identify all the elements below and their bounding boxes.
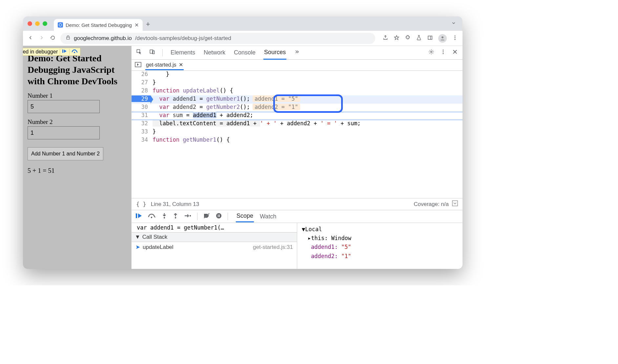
svg-point-3 [442,36,443,38]
svg-rect-7 [62,50,63,53]
file-close-icon[interactable]: ✕ [179,62,183,68]
resume-icon[interactable] [60,49,67,55]
coverage-toggle-icon[interactable] [452,200,458,208]
reload-button[interactable] [50,35,56,42]
new-tab-button[interactable]: + [146,20,150,29]
chevron-down-icon: ▼ [135,234,140,240]
scope-tab[interactable]: Scope [236,211,254,222]
tab-network[interactable]: Network [203,46,226,59]
editor-statusbar: { } Line 31, Column 13 Coverage: n/a [132,198,463,210]
back-button[interactable] [28,35,33,42]
add-button[interactable]: Add Number 1 and Number 2 [28,147,103,160]
scope-section[interactable]: ▼Local [302,225,458,234]
devtools-panel: Elements Network Console Sources get-sta… [131,46,463,269]
svg-point-5 [455,37,456,38]
step-out-button[interactable] [173,213,178,220]
extensions-icon[interactable] [405,35,411,42]
page-heading: Demo: Get Started Debugging JavaScript w… [28,52,127,87]
svg-point-14 [443,51,444,52]
browser-window: Demo: Get Started Debugging ✕ + googlech… [23,16,463,269]
maximize-window-icon[interactable] [43,21,47,26]
svg-point-13 [443,50,444,51]
close-window-icon[interactable] [28,21,32,26]
more-tabs-icon[interactable] [294,49,299,56]
tab-sources[interactable]: Sources [263,46,286,60]
address-bar[interactable]: googlechrome.github.io/devtools-samples/… [60,33,375,44]
inline-value: addend1 = "5" [253,95,300,102]
svg-point-22 [190,215,191,216]
devtools-kebab-icon[interactable] [440,49,446,56]
number2-label: Number 2 [28,118,127,126]
svg-rect-17 [452,201,458,206]
file-tabstrip: get-started.js ✕ [132,60,463,71]
minimize-window-icon[interactable] [35,21,40,26]
svg-point-15 [443,53,444,54]
step-over-icon[interactable] [69,49,78,55]
scope-pane: ▼Local ▸this: Window addend1: "5" addend… [297,223,463,269]
url-path: /devtools-samples/debug-js/get-started [135,35,231,42]
coverage-label: Coverage: n/a [414,201,449,208]
result-text: 5 + 1 = 51 [28,167,127,174]
side-panel-icon[interactable] [427,35,433,42]
browser-toolbar: googlechrome.github.io/devtools-samples/… [23,31,463,46]
paused-in-debugger-badge: Paused in debugger [23,48,80,56]
forward-button [39,35,45,42]
paused-snippet: var addend1 = getNumber1(… [132,223,297,232]
labs-icon[interactable] [416,35,422,42]
file-tab[interactable]: get-started.js ✕ [145,60,184,70]
current-frame-icon: ➤ [135,244,140,251]
kebab-menu-icon[interactable] [452,35,458,42]
inspect-icon[interactable] [136,49,142,56]
url-host: googlechrome.github.io [74,35,132,42]
pause-exceptions-button[interactable] [216,213,222,220]
tab-console[interactable]: Console [233,46,256,59]
callstack-header[interactable]: ▼ Call Stack [132,232,297,242]
number2-input[interactable] [28,126,100,139]
scope-var-addend1[interactable]: addend1: "5" [302,243,458,252]
browser-tab[interactable]: Demo: Get Started Debugging ✕ [54,19,143,31]
profile-avatar[interactable] [438,34,447,43]
navigator-toggle-icon[interactable] [135,62,141,69]
step-over-button[interactable] [148,213,156,220]
debugger-controls: Scope Watch [132,210,463,223]
window-controls[interactable] [28,21,47,26]
watch-tab[interactable]: Watch [260,213,276,220]
tabs-dropdown-icon[interactable] [451,20,457,27]
favicon-icon [58,22,63,28]
devtools-tabstrip: Elements Network Console Sources [132,46,463,60]
svg-rect-1 [428,36,432,39]
svg-rect-18 [136,213,137,218]
tab-elements[interactable]: Elements [170,46,196,59]
lock-icon [66,35,71,42]
devtools-close-icon[interactable] [452,49,458,56]
number1-input[interactable] [28,100,100,113]
svg-point-8 [74,52,75,53]
number1-label: Number 1 [28,92,127,99]
share-icon[interactable] [382,35,388,42]
svg-point-6 [455,39,456,40]
svg-point-21 [175,217,176,218]
svg-rect-27 [219,214,220,217]
callstack-frame[interactable]: ➤ updateLabel get-started.js:31 [132,242,297,252]
resume-button[interactable] [135,213,142,220]
scope-this[interactable]: ▸this: Window [302,234,458,243]
svg-rect-26 [218,214,218,217]
page-content: Paused in debugger Demo: Get Started Deb… [23,46,131,269]
svg-point-20 [164,217,165,218]
settings-icon[interactable] [428,49,434,56]
tab-close-icon[interactable]: ✕ [134,22,139,28]
device-toggle-icon[interactable] [149,49,155,56]
bookmark-icon[interactable] [394,35,400,42]
pretty-print-icon[interactable]: { } [136,201,146,208]
deactivate-breakpoints-button[interactable] [203,213,210,220]
svg-point-19 [151,217,152,218]
step-into-button[interactable] [162,213,167,220]
inline-value: addend2 = "1" [253,104,300,110]
svg-point-0 [59,24,62,26]
callstack-pane: var addend1 = getNumber1(… ▼ Call Stack … [132,223,297,269]
step-button[interactable] [184,213,191,220]
scope-var-addend2[interactable]: addend2: "1" [302,252,458,261]
svg-point-4 [455,35,456,36]
tab-title: Demo: Get Started Debugging [66,22,132,28]
code-editor[interactable]: 26 } 27} 28function updateLabel() { 29 v… [132,71,463,198]
